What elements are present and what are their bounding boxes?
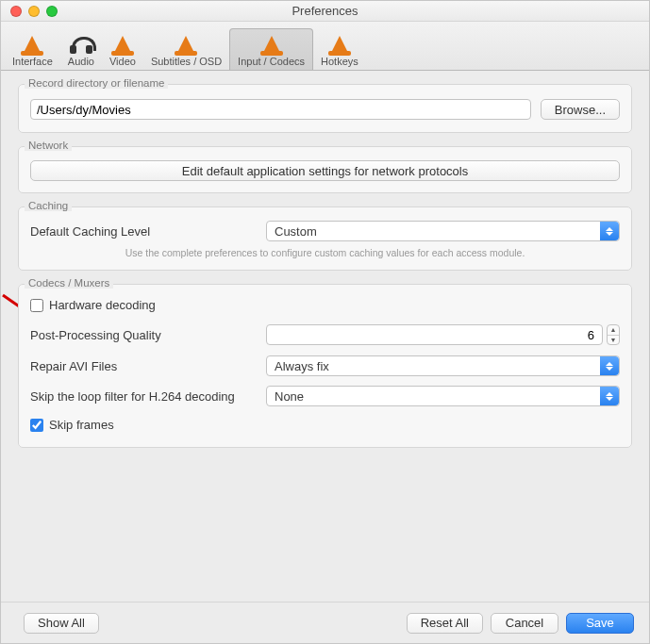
group-caching: Caching Default Caching Level Custom Use… bbox=[18, 206, 632, 271]
stepper-down-icon[interactable]: ▼ bbox=[608, 336, 619, 345]
footer-bar: Show All Reset All Cancel Save bbox=[1, 602, 649, 643]
checkbox-label: Skip frames bbox=[49, 418, 114, 432]
ppq-label: Post-Processing Quality bbox=[30, 328, 266, 342]
save-button[interactable]: Save bbox=[566, 613, 634, 634]
preferences-window: Preferences Interface Audio Video Subtit… bbox=[0, 0, 650, 644]
tab-interface[interactable]: Interface bbox=[5, 29, 60, 70]
select-value: Custom bbox=[275, 224, 317, 239]
select-value: Always fix bbox=[275, 359, 329, 373]
hardware-decoding-checkbox[interactable]: Hardware decoding bbox=[30, 298, 620, 312]
subtitles-icon bbox=[174, 33, 198, 56]
group-legend: Record directory or filename bbox=[25, 77, 168, 89]
tab-input-codecs[interactable]: Input / Codecs bbox=[229, 28, 313, 70]
video-icon bbox=[110, 33, 135, 56]
chevron-updown-icon bbox=[600, 222, 619, 240]
group-record: Record directory or filename Browse... bbox=[18, 84, 632, 133]
tab-label: Hotkeys bbox=[321, 56, 358, 67]
checkbox-input[interactable] bbox=[30, 299, 43, 312]
browse-button[interactable]: Browse... bbox=[541, 99, 620, 120]
chevron-updown-icon bbox=[600, 356, 619, 375]
tab-video[interactable]: Video bbox=[102, 29, 143, 70]
tab-subtitles[interactable]: Subtitles / OSD bbox=[143, 29, 229, 70]
tab-label: Subtitles / OSD bbox=[151, 56, 222, 67]
checkbox-label: Hardware decoding bbox=[49, 298, 156, 312]
skip-frames-checkbox[interactable]: Skip frames bbox=[30, 418, 620, 432]
cancel-button[interactable]: Cancel bbox=[491, 613, 558, 634]
checkbox-input[interactable] bbox=[30, 419, 43, 432]
input-codecs-icon bbox=[259, 33, 284, 56]
tab-hotkeys[interactable]: Hotkeys bbox=[313, 29, 366, 70]
window-title: Preferences bbox=[1, 4, 649, 18]
show-all-button[interactable]: Show All bbox=[24, 613, 99, 634]
repair-avi-label: Repair AVI Files bbox=[30, 359, 266, 373]
tab-label: Input / Codecs bbox=[238, 56, 305, 67]
chevron-updown-icon bbox=[600, 387, 619, 405]
group-legend: Network bbox=[25, 140, 72, 151]
reset-all-button[interactable]: Reset All bbox=[407, 613, 483, 634]
tab-label: Audio bbox=[68, 56, 94, 67]
audio-icon bbox=[69, 33, 93, 56]
hotkeys-icon bbox=[327, 33, 352, 56]
caching-level-label: Default Caching Level bbox=[30, 224, 266, 239]
tab-label: Interface bbox=[12, 56, 53, 67]
interface-icon bbox=[20, 33, 44, 56]
caching-level-select[interactable]: Custom bbox=[266, 221, 620, 241]
repair-avi-select[interactable]: Always fix bbox=[266, 355, 620, 376]
preferences-toolbar: Interface Audio Video Subtitles / OSD In… bbox=[1, 22, 649, 71]
record-path-input[interactable] bbox=[30, 99, 531, 120]
content-area: Record directory or filename Browse... N… bbox=[1, 71, 649, 602]
loop-filter-select[interactable]: None bbox=[266, 386, 620, 406]
group-codecs: Codecs / Muxers Hardware decoding Post-P… bbox=[18, 284, 632, 448]
group-network: Network Edit default application setting… bbox=[18, 146, 632, 193]
tab-label: Video bbox=[109, 56, 136, 67]
edit-network-button[interactable]: Edit default application settings for ne… bbox=[30, 160, 620, 181]
ppq-input[interactable] bbox=[267, 325, 602, 344]
stepper-up-icon[interactable]: ▲ bbox=[608, 325, 619, 336]
caching-hint: Use the complete preferences to configur… bbox=[30, 247, 620, 258]
group-legend: Caching bbox=[25, 200, 72, 211]
titlebar: Preferences bbox=[1, 1, 649, 22]
loop-filter-label: Skip the loop filter for H.264 decoding bbox=[30, 389, 266, 404]
tab-audio[interactable]: Audio bbox=[60, 29, 102, 70]
ppq-stepper[interactable]: ▲ ▼ bbox=[607, 324, 620, 345]
select-value: None bbox=[275, 389, 304, 404]
group-legend: Codecs / Muxers bbox=[25, 277, 113, 289]
